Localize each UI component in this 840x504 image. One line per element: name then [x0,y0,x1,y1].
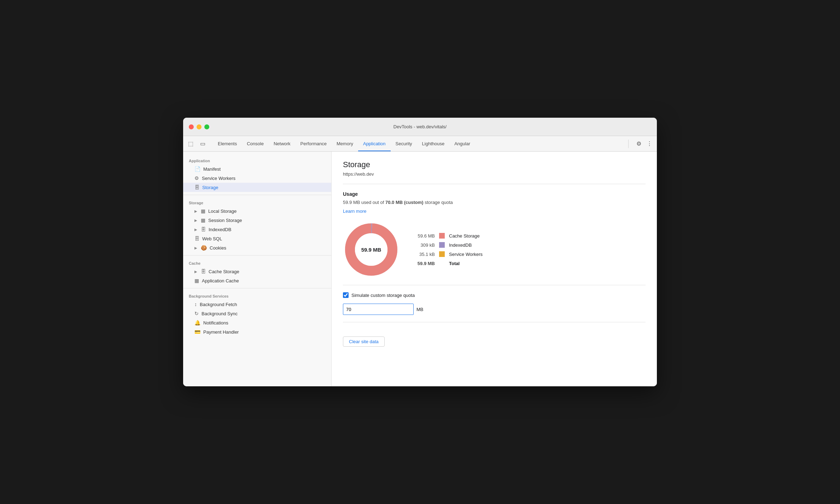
tab-console[interactable]: Console [242,136,269,151]
minimize-button[interactable] [197,124,202,129]
more-options-icon[interactable]: ⋮ [645,139,654,148]
sidebar-item-cookies[interactable]: ▶ 🍪 Cookies [183,243,331,252]
simulate-label: Simulate custom storage quota [351,293,415,298]
sidebar-divider-2 [183,255,331,256]
traffic-lights [189,124,209,129]
usage-bold: 70.0 MB (custom) [385,200,424,205]
cursor-tool[interactable]: ⬚ [186,139,195,148]
learn-more-link[interactable]: Learn more [343,209,366,214]
sidebar-divider-3 [183,288,331,288]
simulate-checkbox[interactable] [343,292,349,298]
tab-performance[interactable]: Performance [296,136,332,151]
cache-storage-icon: 🗄 [201,269,206,274]
divider-top [343,184,646,184]
legend-indexeddb-value: 309 kB [414,242,435,248]
maximize-button[interactable] [204,124,209,129]
usage-section: Usage 59.9 MB used out of 70.0 MB (custo… [343,191,646,214]
legend-sw-label: Service Workers [449,252,483,257]
device-toggle[interactable]: ▭ [198,139,207,148]
manifest-icon: 📄 [194,166,200,172]
legend-total-label: Total [449,261,460,266]
tab-angular[interactable]: Angular [449,136,475,151]
simulate-checkbox-row: Simulate custom storage quota [343,292,646,298]
tab-elements[interactable]: Elements [213,136,242,151]
sidebar-item-service-workers[interactable]: ⚙ Service Workers [183,174,331,183]
background-sync-icon: ↻ [194,311,199,316]
service-workers-icon: ⚙ [194,175,199,181]
usage-text-post: storage quota [424,200,453,205]
legend-item-total: 59.9 MB Total [414,260,483,266]
legend-cache-value: 59.6 MB [414,233,435,239]
indexed-db-icon: 🗄 [201,227,206,232]
usage-text-pre: 59.9 MB used out of [343,200,385,205]
expand-arrow-indexed-db: ▶ [194,228,197,232]
sidebar-item-web-sql[interactable]: 🗄 Web SQL [183,234,331,243]
settings-icon[interactable]: ⚙ [634,139,643,148]
page-title: Storage [343,160,646,169]
sidebar-application-label: Application [183,156,331,164]
session-storage-label: Session Storage [208,218,242,223]
sidebar-item-session-storage[interactable]: ▶ ▦ Session Storage [183,216,331,225]
legend-sw-value: 35.1 kB [414,252,435,257]
sidebar-item-cache-storage[interactable]: ▶ 🗄 Cache Storage [183,267,331,276]
sidebar-item-payment-handler[interactable]: 💳 Payment Handler [183,327,331,336]
local-storage-label: Local Storage [208,209,237,214]
sidebar-item-background-sync[interactable]: ↻ Background Sync [183,309,331,318]
sidebar-item-local-storage[interactable]: ▶ ▦ Local Storage [183,206,331,216]
legend-item-cache: 59.6 MB Cache Storage [414,233,483,239]
quota-input[interactable] [343,304,414,315]
tab-security[interactable]: Security [391,136,417,151]
donut-chart: 59.9 MB [343,221,399,278]
clear-site-data-button[interactable]: Clear site data [343,336,385,347]
storage-icon: 🗄 [194,184,199,190]
tab-bar-actions: ⚙ ⋮ [634,139,654,148]
manifest-label: Manifest [203,166,221,172]
divider-bottom [343,322,646,322]
sidebar-bg-services-label: Background Services [183,291,331,300]
content-url: https://web.dev [343,171,646,177]
indexed-db-label: IndexedDB [209,227,231,232]
content-area: Storage https://web.dev Usage 59.9 MB us… [332,152,657,386]
devtools-window: DevTools - web.dev/vitals/ ⬚ ▭ Elements … [183,118,657,386]
storage-label: Storage [202,185,218,190]
legend-total-value: 59.9 MB [414,261,435,266]
background-sync-label: Background Sync [202,311,238,316]
chart-area: 59.9 MB 59.6 MB Cache Storage 309 kB [343,221,646,278]
window-title: DevTools - web.dev/vitals/ [189,124,651,129]
content-inner: Storage https://web.dev Usage 59.9 MB us… [332,152,657,355]
web-sql-label: Web SQL [202,236,222,241]
chart-legend: 59.6 MB Cache Storage 309 kB IndexedDB [414,233,483,266]
tab-memory[interactable]: Memory [332,136,358,151]
tab-bar-separator [628,140,629,148]
legend-item-indexeddb: 309 kB IndexedDB [414,242,483,248]
expand-arrow-local-storage: ▶ [194,209,197,213]
web-sql-icon: 🗄 [194,236,199,241]
sidebar-item-notifications[interactable]: 🔔 Notifications [183,318,331,327]
legend-cache-color [439,233,445,239]
expand-arrow-session-storage: ▶ [194,218,197,222]
sidebar-cache-section-label: Cache [183,258,331,267]
legend-total-spacer [439,260,445,266]
sidebar-storage-section-label: Storage [183,198,331,206]
sidebar-item-indexed-db[interactable]: ▶ 🗄 IndexedDB [183,225,331,234]
tab-application[interactable]: Application [358,136,391,151]
sidebar-item-manifest[interactable]: 📄 Manifest [183,164,331,174]
notifications-label: Notifications [203,320,228,326]
legend-cache-label: Cache Storage [449,233,480,239]
legend-sw-color [439,251,445,257]
cookies-icon: 🍪 [201,245,207,251]
sidebar-item-application-cache[interactable]: ▦ Application Cache [183,276,331,285]
close-button[interactable] [189,124,194,129]
legend-indexeddb-label: IndexedDB [449,242,472,248]
expand-arrow-cache-storage: ▶ [194,270,197,274]
cache-storage-label: Cache Storage [209,269,239,274]
notifications-icon: 🔔 [194,320,200,326]
tab-lighthouse[interactable]: Lighthouse [417,136,450,151]
title-bar: DevTools - web.dev/vitals/ [183,118,657,136]
legend-indexeddb-color [439,242,445,248]
quota-input-row: MB [343,304,646,315]
sidebar-item-background-fetch[interactable]: ↕ Background Fetch [183,300,331,309]
sidebar-item-storage[interactable]: 🗄 Storage [183,183,331,192]
tab-network[interactable]: Network [269,136,296,151]
cookies-label: Cookies [210,245,226,251]
